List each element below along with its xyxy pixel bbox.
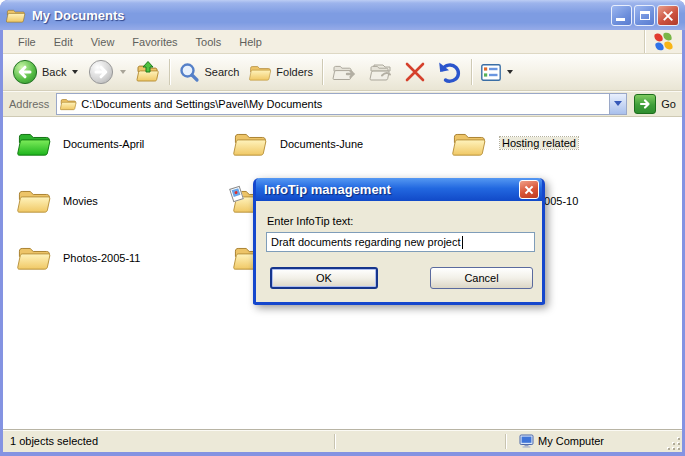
delete-icon [404,62,426,82]
close-button[interactable] [657,5,679,26]
windows-logo-panel [644,30,682,53]
address-dropdown-button[interactable] [609,94,626,114]
my-documents-folder-icon [6,7,26,24]
dialog-close-button[interactable] [519,180,539,199]
infotip-text-value: Draft documents regarding new project [271,236,461,248]
status-zone: My Computer [519,430,604,452]
copy-to-button [363,56,399,88]
infotip-text-input[interactable]: Draft documents regarding new project [266,232,535,252]
folders-icon [249,63,272,82]
views-dropdown-icon[interactable] [507,70,513,74]
folder-label-selected[interactable]: Hosting related [500,137,578,149]
windows-logo-icon [654,32,673,51]
status-location: My Computer [538,435,604,447]
folder-item-documents-april[interactable] [17,129,52,158]
dialog-title: InfoTip management [264,182,391,197]
search-label: Search [204,66,239,78]
folder-label[interactable]: Movies [63,195,98,207]
folder-label[interactable]: Documents-June [280,138,363,150]
folders-label: Folders [276,66,313,78]
minimize-icon [616,18,625,21]
forward-icon [88,59,114,85]
menu-item-help[interactable]: Help [230,32,271,52]
go-button[interactable] [634,94,656,114]
toolbar-separator [322,59,323,85]
menu-item-file[interactable]: File [9,32,45,52]
forward-button[interactable] [83,56,131,88]
undo-icon [436,61,462,84]
address-label: Address [9,98,49,110]
views-icon [481,64,501,81]
menu-item-view[interactable]: View [82,32,124,52]
address-input[interactable]: C:\Documents and Settings\Pavel\My Docum… [56,93,627,115]
views-button[interactable] [476,56,518,88]
toolbar-separator [471,59,472,85]
toolbar-separator [169,59,170,85]
infotip-prompt-label: Enter InfoTip text: [267,215,353,227]
ok-button[interactable]: OK [270,267,378,289]
toolbar: Back [3,54,682,91]
folder-item-documents-june[interactable] [233,129,268,158]
folder-icon [233,129,268,158]
go-arrow-icon [638,97,652,111]
status-separator [505,434,506,449]
folder-view: Documents-April Movies Pho [3,117,682,429]
move-to-button [327,56,363,88]
go-label[interactable]: Go [661,98,676,110]
menu-item-edit[interactable]: Edit [45,32,82,52]
green-folder-icon [17,129,52,158]
maximize-button[interactable] [634,5,655,26]
folder-icon [17,243,52,272]
back-dropdown-icon[interactable] [72,70,78,74]
cancel-button[interactable]: Cancel [430,267,533,289]
chevron-down-icon [614,101,622,106]
menu-bar: File Edit View Favorites Tools Help [3,30,682,54]
text-caret [462,236,463,249]
title-bar[interactable]: My Documents [0,0,685,30]
undo-button[interactable] [431,56,467,88]
my-computer-icon [519,434,534,448]
forward-dropdown-icon [120,70,126,74]
folder-icon [17,186,52,215]
resize-grip[interactable] [667,437,680,450]
explorer-window: My Documents File Edit View Favorites To… [0,0,685,456]
folder-label[interactable]: Photos-2005-11 [63,252,140,264]
folder-label[interactable]: Documents-April [63,138,144,150]
copy-to-icon [368,61,394,83]
status-separator [334,434,335,449]
up-folder-icon [136,60,160,84]
move-to-icon [332,61,358,83]
back-button[interactable]: Back [7,56,83,88]
minimize-button[interactable] [611,5,632,26]
address-folder-icon [60,97,77,111]
up-button[interactable] [131,56,165,88]
folders-button[interactable]: Folders [244,56,318,88]
back-label: Back [42,66,66,78]
selection-status: 1 objects selected [3,435,98,447]
search-button[interactable]: Search [174,56,244,88]
close-icon [524,185,534,195]
dialog-title-bar[interactable]: InfoTip management [256,178,542,201]
address-bar: Address C:\Documents and Settings\Pavel\… [3,91,682,117]
address-path: C:\Documents and Settings\Pavel\My Docum… [81,98,322,110]
folder-item-hosting-related[interactable] [452,129,487,158]
folder-item-movies[interactable] [17,186,52,215]
back-icon [12,59,38,85]
dialog-body: Enter InfoTip text: Draft documents rega… [256,201,542,299]
delete-button[interactable] [399,56,431,88]
close-icon [662,10,674,22]
menu-item-tools[interactable]: Tools [187,32,231,52]
status-bar: 1 objects selected My Computer [3,429,682,452]
search-icon [179,62,200,83]
folder-item-photos-2005-11[interactable] [17,243,52,272]
maximize-icon [640,11,650,20]
folder-icon [452,129,487,158]
infotip-dialog: InfoTip management Enter InfoTip text: D… [253,178,545,305]
window-title: My Documents [32,8,124,23]
menu-item-favorites[interactable]: Favorites [123,32,186,52]
